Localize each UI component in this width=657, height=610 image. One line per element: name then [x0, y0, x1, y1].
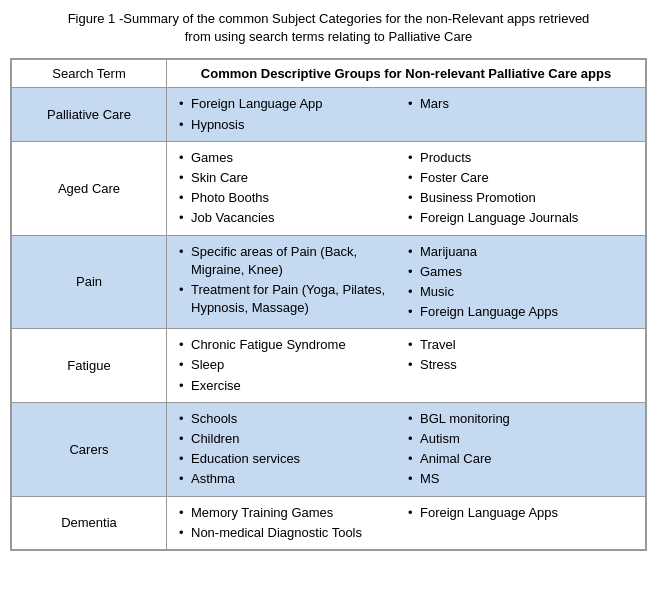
table-row: Aged CareGamesSkin CarePhoto BoothsJob V… [12, 141, 646, 235]
right-col: Mars [406, 94, 635, 134]
table-row: FatigueChronic Fatigue SyndromeSleepExer… [12, 329, 646, 403]
right-col: MarijuanaGamesMusicForeign Language Apps [406, 242, 635, 323]
list-item: Music [406, 282, 635, 302]
search-term-cell: Aged Care [12, 141, 167, 235]
table-row: PainSpecific areas of Pain (Back, Migrai… [12, 235, 646, 329]
list-item: Memory Training Games [177, 503, 406, 523]
list-item: Education services [177, 449, 406, 469]
list-item: Business Promotion [406, 188, 635, 208]
description-cell: SchoolsChildrenEducation servicesAsthmaB… [167, 402, 646, 496]
left-col: Specific areas of Pain (Back, Migraine, … [177, 242, 406, 323]
list-item: Foreign Language Apps [406, 302, 635, 322]
figure-title: Figure 1 -Summary of the common Subject … [10, 10, 647, 46]
summary-table: Search Term Common Descriptive Groups fo… [11, 59, 646, 550]
left-col: SchoolsChildrenEducation servicesAsthma [177, 409, 406, 490]
list-item: Foreign Language Journals [406, 208, 635, 228]
list-item: Children [177, 429, 406, 449]
list-item: Skin Care [177, 168, 406, 188]
search-term-cell: Palliative Care [12, 88, 167, 141]
list-item: Foreign Language App [177, 94, 406, 114]
header-row: Search Term Common Descriptive Groups fo… [12, 60, 646, 88]
left-col: GamesSkin CarePhoto BoothsJob Vacancies [177, 148, 406, 229]
description-cell: Memory Training GamesNon-medical Diagnos… [167, 496, 646, 549]
table-row: DementiaMemory Training GamesNon-medical… [12, 496, 646, 549]
left-col: Foreign Language AppHypnosis [177, 94, 406, 134]
search-term-cell: Pain [12, 235, 167, 329]
description-cell: Foreign Language AppHypnosisMars [167, 88, 646, 141]
right-col: Foreign Language Apps [406, 503, 635, 543]
table-row: Palliative CareForeign Language AppHypno… [12, 88, 646, 141]
list-item: Chronic Fatigue Syndrome [177, 335, 406, 355]
list-item: Foreign Language Apps [406, 503, 635, 523]
right-col: ProductsFoster CareBusiness PromotionFor… [406, 148, 635, 229]
description-cell: Chronic Fatigue SyndromeSleepExerciseTra… [167, 329, 646, 403]
list-item: Asthma [177, 469, 406, 489]
right-col: BGL monitoringAutismAnimal CareMS [406, 409, 635, 490]
right-col: TravelStress [406, 335, 635, 396]
list-item: Travel [406, 335, 635, 355]
list-item: Treatment for Pain (Yoga, Pilates, Hypno… [177, 280, 406, 318]
list-item: BGL monitoring [406, 409, 635, 429]
list-item: Games [406, 262, 635, 282]
list-item: Sleep [177, 355, 406, 375]
list-item: Products [406, 148, 635, 168]
list-item: Games [177, 148, 406, 168]
list-item: Schools [177, 409, 406, 429]
list-item: Stress [406, 355, 635, 375]
left-col: Chronic Fatigue SyndromeSleepExercise [177, 335, 406, 396]
list-item: Autism [406, 429, 635, 449]
list-item: Photo Booths [177, 188, 406, 208]
search-term-cell: Carers [12, 402, 167, 496]
description-cell: Specific areas of Pain (Back, Migraine, … [167, 235, 646, 329]
list-item: Non-medical Diagnostic Tools [177, 523, 406, 543]
description-cell: GamesSkin CarePhoto BoothsJob VacanciesP… [167, 141, 646, 235]
table-row: CarersSchoolsChildrenEducation servicesA… [12, 402, 646, 496]
header-search-term: Search Term [12, 60, 167, 88]
list-item: Specific areas of Pain (Back, Migraine, … [177, 242, 406, 280]
left-col: Memory Training GamesNon-medical Diagnos… [177, 503, 406, 543]
list-item: Animal Care [406, 449, 635, 469]
list-item: Hypnosis [177, 115, 406, 135]
list-item: MS [406, 469, 635, 489]
list-item: Foster Care [406, 168, 635, 188]
list-item: Job Vacancies [177, 208, 406, 228]
header-description: Common Descriptive Groups for Non-releva… [167, 60, 646, 88]
list-item: Mars [406, 94, 635, 114]
list-item: Exercise [177, 376, 406, 396]
list-item: Marijuana [406, 242, 635, 262]
main-table-wrapper: Search Term Common Descriptive Groups fo… [10, 58, 647, 551]
search-term-cell: Fatigue [12, 329, 167, 403]
search-term-cell: Dementia [12, 496, 167, 549]
